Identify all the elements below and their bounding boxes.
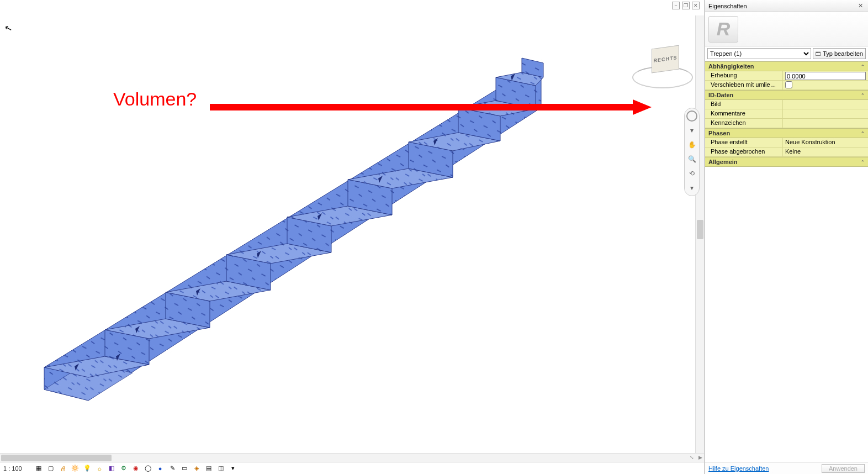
- statusbar-icon-15[interactable]: ◫: [216, 464, 225, 473]
- type-selector-dropdown[interactable]: Treppen (1): [707, 48, 811, 59]
- statusbar-icon-0[interactable]: ▦: [34, 464, 43, 473]
- property-name: Bild: [705, 100, 782, 109]
- arrow-head-icon: [633, 99, 652, 115]
- view-minimize-button[interactable]: −: [672, 2, 680, 9]
- arrow-shaft: [210, 104, 635, 110]
- pan-icon[interactable]: ✋: [686, 139, 697, 150]
- expand-icon[interactable]: ⌃: [861, 64, 865, 69]
- scroll-resize-icon[interactable]: ⤡: [690, 455, 694, 460]
- property-row[interactable]: Erhebung: [705, 71, 868, 81]
- statusbar-icon-10[interactable]: ●: [156, 464, 165, 473]
- view-scale[interactable]: 1 : 100: [3, 465, 25, 472]
- properties-help-link[interactable]: Hilfe zu Eigenschaften: [708, 465, 769, 472]
- statusbar-icon-16[interactable]: ▾: [229, 464, 237, 473]
- view-control-bar: 1 : 100 ▦ ▢ 🖨 🔆 💡 ☼ ◧ ⚙ ◉ ◯ ● ✎ ▭ ◈ ▤ ◫ …: [0, 462, 704, 474]
- statusbar-icon-14[interactable]: ▤: [204, 464, 213, 473]
- view-restore-button[interactable]: ❐: [682, 2, 690, 9]
- property-value[interactable]: Keine: [782, 148, 868, 156]
- expand-icon[interactable]: ⌃: [861, 160, 865, 165]
- expand-icon[interactable]: ⌃: [861, 131, 865, 136]
- property-name: Kommentare: [705, 109, 782, 118]
- property-value[interactable]: Neue Konstruktion: [782, 138, 868, 147]
- zoom-icon[interactable]: 🔍: [686, 154, 697, 165]
- property-row[interactable]: Phase erstelltNeue Konstruktion: [705, 138, 868, 148]
- viewport-3d[interactable]: ↖ − ❐ ✕ RECHTS ▾ ✋ 🔍 ⟲ ▾ Volumen?: [0, 0, 705, 474]
- properties-panel: Eigenschaften ✕ R Treppen (1) 🗔 Typ bear…: [705, 0, 868, 474]
- statusbar-icon-8[interactable]: ◉: [131, 464, 140, 473]
- property-name: Kennzeichen: [705, 119, 782, 128]
- view-close-button[interactable]: ✕: [692, 2, 700, 9]
- properties-footer: Hilfe zu Eigenschaften Anwenden: [705, 462, 868, 474]
- property-group-header[interactable]: ID-Daten⌃: [705, 90, 868, 100]
- type-preview: R: [705, 12, 868, 46]
- property-row[interactable]: Kennzeichen: [705, 119, 868, 128]
- statusbar-icon-13[interactable]: ◈: [192, 464, 201, 473]
- view-window-controls: − ❐ ✕: [672, 2, 700, 9]
- edit-type-label: Typ bearbeiten: [823, 50, 863, 57]
- property-checkbox[interactable]: [785, 81, 792, 88]
- property-name: Phase abgebrochen: [705, 148, 782, 156]
- property-row[interactable]: Bild: [705, 100, 868, 109]
- viewport-scroll-horizontal[interactable]: ⤡ ▶: [0, 453, 704, 462]
- properties-title-label: Eigenschaften: [708, 3, 747, 9]
- statusbar-icon-3[interactable]: 🔆: [71, 464, 80, 473]
- properties-list[interactable]: Abhängigkeiten⌃ErhebungVerschieben mit u…: [705, 61, 868, 462]
- statusbar-icon-7[interactable]: ⚙: [119, 464, 128, 473]
- property-value[interactable]: [782, 100, 868, 109]
- viewcube-face-right[interactable]: RECHTS: [652, 45, 679, 73]
- navigation-bar: ▾ ✋ 🔍 ⟲ ▾: [684, 108, 700, 196]
- property-value[interactable]: [782, 81, 868, 89]
- apply-button[interactable]: Anwenden: [822, 464, 865, 473]
- statusbar-icon-12[interactable]: ▭: [180, 464, 189, 473]
- nav-more-icon[interactable]: ▾: [686, 182, 697, 193]
- panel-close-icon[interactable]: ✕: [856, 2, 865, 10]
- property-group-header[interactable]: Abhängigkeiten⌃: [705, 61, 868, 71]
- viewcube[interactable]: RECHTS: [632, 47, 693, 94]
- property-row[interactable]: Phase abgebrochenKeine: [705, 148, 868, 157]
- expand-icon[interactable]: ⌃: [861, 93, 865, 98]
- orbit-icon[interactable]: ⟲: [686, 168, 697, 179]
- property-row[interactable]: Verschieben mit umlieg...: [705, 81, 868, 90]
- statusbar-icon-11[interactable]: ✎: [168, 464, 177, 473]
- statusbar-icon-1[interactable]: ▢: [46, 464, 55, 473]
- property-group-header[interactable]: Allgemein⌃: [705, 157, 868, 167]
- property-row[interactable]: Kommentare: [705, 109, 868, 119]
- revit-logo-icon: R: [708, 16, 738, 43]
- property-value[interactable]: [782, 109, 868, 118]
- viewport-scroll-vertical[interactable]: [695, 15, 704, 453]
- statusbar-icon-9[interactable]: ◯: [144, 464, 152, 473]
- steering-wheel-icon[interactable]: [686, 110, 697, 122]
- statusbar-icon-5[interactable]: ☼: [95, 464, 104, 473]
- annotation-label: Volumen?: [113, 88, 197, 110]
- property-value[interactable]: [782, 119, 868, 128]
- property-group-header[interactable]: Phasen⌃: [705, 128, 868, 138]
- statusbar-icon-2[interactable]: 🖨: [59, 464, 67, 473]
- scroll-right-arrow-icon[interactable]: ▶: [698, 455, 702, 460]
- scroll-h-thumb[interactable]: [1, 455, 112, 461]
- nav-expand-icon[interactable]: ▾: [686, 125, 697, 136]
- edit-type-icon: 🗔: [816, 51, 821, 57]
- property-name: Erhebung: [705, 71, 782, 80]
- app-root: ↖ − ❐ ✕ RECHTS ▾ ✋ 🔍 ⟲ ▾ Volumen?: [0, 0, 868, 474]
- statusbar-icon-4[interactable]: 💡: [83, 464, 92, 473]
- type-selector-row: Treppen (1) 🗔 Typ bearbeiten: [705, 46, 868, 61]
- annotation-arrow: [210, 99, 652, 115]
- properties-panel-title-bar[interactable]: Eigenschaften ✕: [705, 0, 868, 12]
- mouse-cursor-icon: ↖: [3, 23, 13, 35]
- property-value[interactable]: [782, 71, 868, 80]
- property-text-input[interactable]: [785, 72, 866, 80]
- statusbar-icon-6[interactable]: ◧: [107, 464, 116, 473]
- property-name: Phase erstellt: [705, 138, 782, 147]
- edit-type-button[interactable]: 🗔 Typ bearbeiten: [813, 48, 866, 59]
- scroll-v-thumb[interactable]: [697, 220, 703, 239]
- property-name: Verschieben mit umlieg...: [705, 81, 782, 89]
